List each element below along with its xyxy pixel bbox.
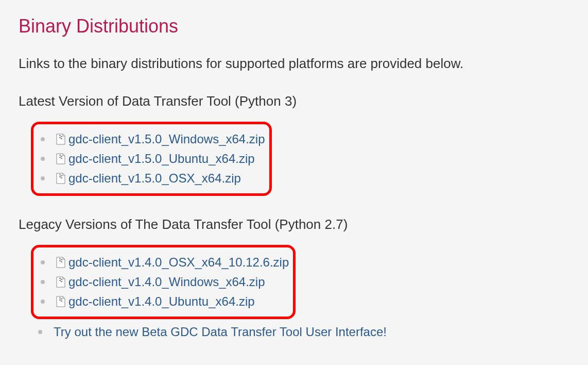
intro-text: Links to the binary distributions for su…: [19, 56, 569, 72]
highlight-box-latest: gdc-client_v1.5.0_Windows_x64.zip gdc-cl…: [31, 122, 272, 196]
svg-rect-10: [59, 176, 61, 177]
download-link[interactable]: gdc-client_v1.4.0_Windows_x64.zip: [68, 275, 265, 289]
svg-rect-4: [59, 155, 61, 156]
zip-icon: [56, 173, 65, 184]
svg-rect-15: [61, 261, 62, 262]
bullet-icon: [38, 330, 42, 334]
legacy-version-block: Legacy Versions of The Data Transfer Too…: [19, 217, 569, 342]
bullet-icon: [41, 280, 45, 284]
svg-rect-19: [61, 281, 62, 282]
svg-rect-16: [59, 278, 61, 279]
svg-rect-23: [61, 301, 62, 302]
svg-rect-17: [61, 279, 62, 280]
zip-icon: [56, 276, 65, 288]
svg-rect-3: [61, 138, 62, 139]
list-item: gdc-client_v1.5.0_OSX_x64.zip: [41, 169, 265, 188]
list-item: gdc-client_v1.4.0_Ubuntu_x64.zip: [41, 292, 289, 311]
bullet-icon: [41, 157, 45, 161]
svg-rect-11: [61, 177, 62, 178]
download-link[interactable]: gdc-client_v1.4.0_Ubuntu_x64.zip: [68, 294, 255, 309]
subsection-heading-legacy: Legacy Versions of The Data Transfer Too…: [19, 217, 569, 233]
bullet-icon: [41, 176, 45, 180]
svg-rect-0: [59, 135, 61, 136]
zip-icon: [56, 153, 65, 164]
zip-icon: [56, 296, 65, 307]
zip-icon: [56, 134, 65, 145]
bullet-icon: [41, 137, 45, 141]
download-link[interactable]: gdc-client_v1.5.0_Windows_x64.zip: [68, 132, 265, 146]
svg-rect-6: [59, 157, 61, 158]
svg-rect-22: [59, 300, 61, 301]
svg-rect-9: [61, 175, 62, 176]
beta-link-list: Try out the new Beta GDC Data Transfer T…: [19, 322, 569, 342]
download-list-latest: gdc-client_v1.5.0_Windows_x64.zip gdc-cl…: [33, 129, 265, 188]
svg-rect-18: [59, 280, 61, 281]
bullet-icon: [41, 260, 45, 264]
svg-rect-2: [59, 137, 61, 138]
subsection-heading-latest: Latest Version of Data Transfer Tool (Py…: [19, 93, 569, 109]
zip-icon: [56, 257, 65, 268]
svg-rect-7: [61, 158, 62, 159]
latest-version-block: Latest Version of Data Transfer Tool (Py…: [19, 93, 569, 196]
highlight-box-legacy: gdc-client_v1.4.0_OSX_x64_10.12.6.zip gd…: [31, 245, 296, 319]
download-link[interactable]: gdc-client_v1.4.0_OSX_x64_10.12.6.zip: [68, 255, 289, 270]
download-link[interactable]: gdc-client_v1.5.0_OSX_x64.zip: [68, 171, 241, 186]
svg-rect-12: [59, 258, 61, 259]
list-item: gdc-client_v1.5.0_Ubuntu_x64.zip: [41, 149, 265, 169]
beta-link[interactable]: Try out the new Beta GDC Data Transfer T…: [54, 325, 387, 339]
list-item: gdc-client_v1.5.0_Windows_x64.zip: [41, 129, 265, 149]
svg-rect-21: [61, 298, 62, 300]
svg-rect-5: [61, 156, 62, 157]
svg-rect-8: [59, 174, 61, 175]
download-list-legacy: gdc-client_v1.4.0_OSX_x64_10.12.6.zip gd…: [33, 253, 289, 311]
list-item: gdc-client_v1.4.0_OSX_x64_10.12.6.zip: [41, 253, 289, 272]
bullet-icon: [41, 300, 45, 304]
download-link[interactable]: gdc-client_v1.5.0_Ubuntu_x64.zip: [68, 152, 255, 166]
svg-rect-1: [61, 136, 62, 137]
list-item: gdc-client_v1.4.0_Windows_x64.zip: [41, 272, 289, 292]
svg-rect-20: [59, 297, 61, 298]
section-heading: Binary Distributions: [19, 15, 569, 37]
svg-rect-14: [59, 260, 61, 261]
svg-rect-13: [61, 259, 62, 260]
list-item: Try out the new Beta GDC Data Transfer T…: [38, 322, 569, 342]
